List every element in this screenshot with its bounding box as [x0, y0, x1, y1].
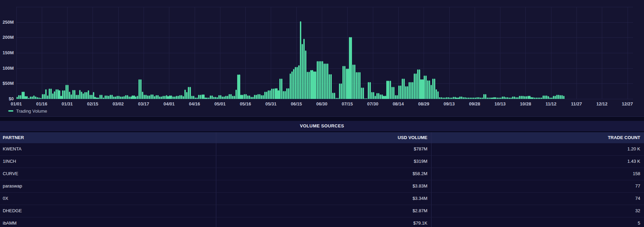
volume-bar[interactable] — [337, 98, 339, 99]
volume-bar[interactable] — [453, 97, 454, 99]
volume-bar[interactable] — [388, 81, 389, 99]
volume-bar[interactable] — [514, 97, 515, 99]
volume-bar[interactable] — [414, 73, 415, 99]
volume-bar[interactable] — [313, 71, 315, 99]
volume-bar[interactable] — [222, 97, 223, 99]
volume-bar[interactable] — [147, 95, 148, 99]
volume-bar[interactable] — [364, 98, 366, 99]
volume-bar[interactable] — [273, 89, 274, 99]
volume-bar[interactable] — [398, 86, 400, 99]
volume-bar[interactable] — [532, 97, 534, 99]
volume-bar[interactable] — [397, 95, 398, 99]
volume-bar[interactable] — [271, 89, 272, 99]
volume-bar[interactable] — [64, 90, 65, 99]
volume-bar[interactable] — [541, 98, 542, 99]
volume-bar[interactable] — [522, 96, 524, 99]
volume-bar[interactable] — [133, 95, 135, 99]
volume-bar[interactable] — [234, 96, 235, 99]
volume-bar[interactable] — [211, 95, 213, 99]
volume-bar[interactable] — [220, 95, 221, 99]
volume-bar[interactable] — [448, 97, 449, 99]
volume-bar[interactable] — [247, 95, 248, 99]
volume-bar[interactable] — [561, 95, 563, 99]
volume-bar[interactable] — [409, 82, 410, 99]
volume-bar[interactable] — [558, 95, 559, 99]
volume-bar[interactable] — [94, 97, 96, 99]
volume-bar[interactable] — [391, 87, 393, 99]
volume-bar[interactable] — [71, 94, 72, 99]
volume-bar[interactable] — [99, 95, 101, 99]
volume-bar[interactable] — [137, 96, 138, 99]
volume-bar[interactable] — [310, 70, 312, 99]
volume-bar[interactable] — [446, 97, 447, 99]
volume-bar[interactable] — [86, 92, 87, 99]
volume-bar[interactable] — [390, 81, 391, 99]
volume-bar[interactable] — [118, 96, 120, 99]
volume-bar[interactable] — [149, 95, 150, 99]
volume-bar[interactable] — [193, 96, 194, 99]
volume-bar[interactable] — [22, 92, 23, 99]
volume-bar[interactable] — [218, 95, 220, 99]
volume-bar[interactable] — [415, 73, 417, 99]
volume-bar[interactable] — [186, 92, 187, 99]
volume-bar[interactable] — [206, 98, 208, 99]
volume-bar[interactable] — [434, 79, 435, 99]
volume-bar[interactable] — [500, 98, 501, 99]
volume-bar[interactable] — [275, 88, 276, 99]
volume-bar[interactable] — [503, 97, 505, 99]
column-header-usd_volume[interactable]: USD VOLUME — [216, 132, 431, 143]
volume-bar[interactable] — [188, 87, 189, 99]
volume-bar[interactable] — [266, 92, 267, 99]
volume-bar[interactable] — [74, 90, 75, 99]
volume-bar[interactable] — [288, 88, 289, 99]
volume-bar[interactable] — [152, 94, 154, 99]
volume-bar[interactable] — [356, 72, 357, 99]
volume-bar[interactable] — [551, 98, 552, 99]
volume-bar[interactable] — [230, 94, 232, 99]
volume-bar[interactable] — [210, 95, 211, 99]
volume-bar[interactable] — [395, 95, 396, 99]
volume-bar[interactable] — [208, 98, 209, 99]
volume-bar[interactable] — [400, 86, 401, 99]
volume-bar[interactable] — [278, 90, 279, 99]
volume-bar[interactable] — [213, 97, 215, 99]
volume-bar[interactable] — [172, 97, 174, 99]
volume-bar[interactable] — [366, 98, 367, 99]
volume-bar[interactable] — [117, 96, 118, 99]
volume-bar[interactable] — [346, 69, 347, 99]
volume-bar[interactable] — [556, 95, 558, 99]
volume-bar[interactable] — [176, 96, 177, 99]
volume-bar[interactable] — [417, 69, 418, 99]
volume-bar[interactable] — [245, 94, 247, 99]
volume-bar[interactable] — [524, 96, 525, 99]
volume-bar[interactable] — [349, 37, 350, 99]
volume-bar[interactable] — [432, 79, 434, 99]
volume-bar[interactable] — [18, 95, 20, 99]
volume-bar[interactable] — [531, 97, 532, 99]
volume-bar[interactable] — [307, 72, 308, 99]
volume-bar[interactable] — [317, 61, 318, 99]
volume-bar[interactable] — [23, 92, 24, 99]
volume-bar[interactable] — [169, 95, 170, 99]
volume-bar[interactable] — [202, 94, 203, 99]
volume-bar[interactable] — [56, 89, 57, 99]
volume-bar[interactable] — [459, 97, 461, 99]
volume-bar[interactable] — [386, 81, 388, 99]
volume-bar[interactable] — [442, 98, 444, 99]
volume-bar[interactable] — [549, 98, 551, 99]
volume-bar[interactable] — [430, 85, 432, 99]
volume-bar[interactable] — [264, 92, 266, 99]
volume-bar[interactable] — [393, 87, 394, 99]
volume-bar[interactable] — [26, 96, 28, 99]
volume-bar[interactable] — [291, 71, 293, 99]
volume-bar[interactable] — [174, 97, 175, 99]
volume-bar[interactable] — [257, 94, 259, 99]
volume-bar[interactable] — [490, 98, 491, 99]
volume-bar[interactable] — [461, 97, 462, 99]
volume-bar[interactable] — [20, 95, 21, 99]
volume-bar[interactable] — [44, 94, 45, 99]
volume-bar[interactable] — [512, 97, 513, 99]
volume-bar[interactable] — [249, 95, 250, 99]
volume-bar[interactable] — [83, 93, 84, 99]
volume-bar[interactable] — [28, 98, 29, 99]
